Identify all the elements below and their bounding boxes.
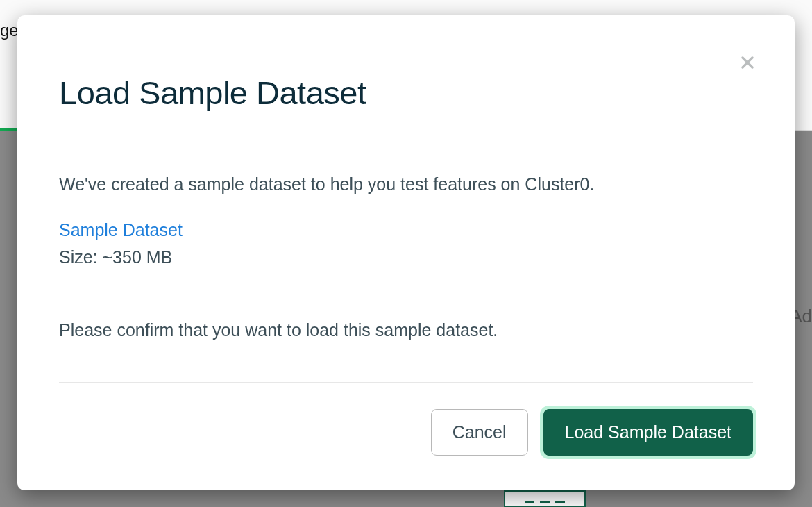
load-sample-dataset-button[interactable]: Load Sample Dataset bbox=[543, 409, 753, 456]
size-text: Size: ~350 MB bbox=[59, 247, 753, 267]
modal-title: Load Sample Dataset bbox=[59, 74, 753, 112]
button-row: Cancel Load Sample Dataset bbox=[59, 409, 753, 463]
divider bbox=[59, 133, 753, 133]
background-text-fragment: ge bbox=[0, 21, 19, 40]
close-button[interactable] bbox=[735, 50, 760, 75]
intro-text: We've created a sample dataset to help y… bbox=[59, 172, 753, 197]
confirm-text: Please confirm that you want to load thi… bbox=[59, 320, 753, 340]
cancel-button[interactable]: Cancel bbox=[431, 409, 528, 456]
modal-footer: Cancel Load Sample Dataset bbox=[59, 382, 753, 463]
background-widget bbox=[504, 490, 586, 507]
close-icon bbox=[739, 54, 756, 71]
sample-dataset-link[interactable]: Sample Dataset bbox=[59, 220, 753, 240]
divider bbox=[59, 382, 753, 383]
load-sample-dataset-modal: Load Sample Dataset We've created a samp… bbox=[17, 15, 795, 490]
